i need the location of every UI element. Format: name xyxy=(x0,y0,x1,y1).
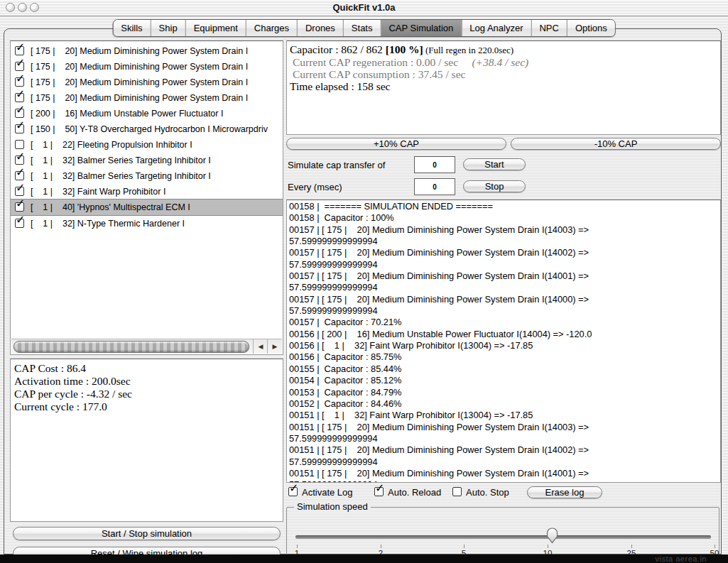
cap-transfer-amount-input[interactable]: 0 xyxy=(414,156,455,173)
list-item[interactable]: ✓[ 175 | 20] Medium Diminishing Power Sy… xyxy=(11,75,283,90)
list-item[interactable]: ✓[ 1 | 32] Balmer Series Targeting Inhib… xyxy=(11,153,283,168)
scrollbar-thumb[interactable] xyxy=(13,341,249,353)
list-item-label: [ 175 | 20] Medium Diminishing Power Sys… xyxy=(31,62,248,72)
checkbox[interactable] xyxy=(15,140,24,149)
tab-bar: Skills Ship Equipment Charges Drones Sta… xyxy=(112,19,615,37)
tick xyxy=(297,545,298,548)
log-line: 00151 | [ 1 | 32] Faint Warp Prohibitor … xyxy=(289,410,720,421)
list-item-label: [ 1 | 32] N-Type Thermic Hardener I xyxy=(31,219,185,229)
log-line: 00151 | [ 175 | 20] Medium Diminishing P… xyxy=(289,468,720,479)
tab-equipment[interactable]: Equipment xyxy=(185,20,246,36)
cap-transfer-interval-input[interactable]: 0 xyxy=(414,178,455,195)
list-item[interactable]: ✓[ 200 | 16] Medium Unstable Power Fluct… xyxy=(11,106,283,121)
capacitor-line: Capacitor : 862 / 862 [100 %] (Full rege… xyxy=(290,43,720,56)
checkbox[interactable]: ✓ xyxy=(15,187,24,196)
list-item-label: [ 1 | 32] Balmer Series Targeting Inhibi… xyxy=(31,155,211,165)
list-item-label: [ 175 | 20] Medium Diminishing Power Sys… xyxy=(31,77,248,87)
list-item[interactable]: [ 1 | 22] Fleeting Propulsion Inhibitor … xyxy=(11,137,283,153)
erase-log-button[interactable]: Erase log xyxy=(527,486,602,498)
plus-10-cap-button[interactable]: +10% CAP xyxy=(286,138,506,150)
checkbox[interactable]: ✓ xyxy=(15,171,24,180)
tick xyxy=(464,545,464,548)
checkbox[interactable]: ✓ xyxy=(15,219,24,228)
log-line: 57.599999999999994 xyxy=(289,259,720,270)
list-item-label: [ 150 | 50] Y-T8 Overcharged Hydrocarbon… xyxy=(31,124,268,134)
list-item-label: [ 1 | 32] Faint Warp Prohibitor I xyxy=(31,187,165,197)
checkbox[interactable]: ✓ xyxy=(15,202,24,212)
tab-npc[interactable]: NPC xyxy=(531,20,566,36)
speed-slider-track[interactable] xyxy=(295,535,711,539)
time-elapsed-line: Time elapsed : 158 sec xyxy=(290,80,720,92)
start-transfer-button[interactable]: Start xyxy=(463,158,526,170)
simulation-log[interactable]: 00158 | ======= SIMULATION ENDED =======… xyxy=(286,199,721,483)
check-mark: ✓ xyxy=(16,120,25,131)
tab-skills[interactable]: Skills xyxy=(113,20,150,36)
log-line: 00158 | Capacitor : 100% xyxy=(289,212,720,224)
log-line: 00156 | [ 200 | 16] Medium Unstable Powe… xyxy=(289,329,720,340)
check-mark: ✓ xyxy=(16,104,25,116)
stop-transfer-button[interactable]: Stop xyxy=(463,180,526,192)
log-line: 00157 | Capacitor : 70.21% xyxy=(289,317,720,328)
module-list[interactable]: ✓[ 175 | 20] Medium Diminishing Power Sy… xyxy=(10,40,283,355)
start-stop-simulation-button[interactable]: Start / Stop simulation xyxy=(13,527,281,540)
horizontal-scrollbar[interactable]: ◀ ▶ xyxy=(11,339,282,354)
bottom-bar: vista aerea.in xyxy=(0,554,728,563)
tab-stats[interactable]: Stats xyxy=(343,20,381,36)
cap-transfer-label: Simulate cap transfer of xyxy=(288,160,385,170)
scroll-right-icon[interactable]: ▶ xyxy=(267,339,282,354)
check-mark: ✓ xyxy=(16,182,25,194)
checkbox[interactable]: ✓ xyxy=(15,124,24,133)
list-item-selected[interactable]: ✓[ 1 | 40] 'Hypnos' Multispectral ECM I xyxy=(11,199,283,216)
log-line: 00154 | Capacitor : 85.12% xyxy=(289,375,720,386)
log-line: 57.599999999999994 xyxy=(289,433,720,444)
scroll-left-icon[interactable]: ◀ xyxy=(253,339,268,354)
tab-options[interactable]: Options xyxy=(567,20,615,36)
log-line: 57.599999999999994 xyxy=(289,236,720,247)
minus-10-cap-button[interactable]: -10% CAP xyxy=(511,138,721,150)
log-line: 00155 | Capacitor : 85.44% xyxy=(289,364,720,375)
log-line: 00157 | [ 175 | 20] Medium Diminishing P… xyxy=(289,247,720,258)
check-mark: ✓ xyxy=(16,167,25,178)
checkbox[interactable]: ✓ xyxy=(15,77,24,87)
every-msec-label: Every (msec) xyxy=(288,182,342,192)
module-stats-box: CAP Cost : 86.4 Activation time : 200.0s… xyxy=(10,359,283,522)
checkbox[interactable]: ✓ xyxy=(15,155,24,165)
tab-drones[interactable]: Drones xyxy=(297,20,343,36)
list-item[interactable]: ✓[ 175 | 20] Medium Diminishing Power Sy… xyxy=(11,90,283,106)
activate-log-checkbox[interactable]: ✓ xyxy=(288,487,298,496)
log-line: 00156 | Capacitor : 85.75% xyxy=(289,351,720,363)
list-item[interactable]: ✓[ 175 | 20] Medium Diminishing Power Sy… xyxy=(11,59,283,75)
tab-charges[interactable]: Charges xyxy=(246,20,297,36)
list-item-label: [ 175 | 20] Medium Diminishing Power Sys… xyxy=(31,46,248,56)
cap-cost: CAP Cost : 86.4 xyxy=(11,362,283,375)
list-item[interactable]: ✓[ 1 | 32] Balmer Series Targeting Inhib… xyxy=(11,168,283,184)
tab-log-analyzer[interactable]: Log Analyzer xyxy=(461,20,531,36)
list-item[interactable]: ✓[ 1 | 32] Faint Warp Prohibitor I xyxy=(11,184,283,199)
capacitor-value: Capacitor : 862 / 862 xyxy=(290,43,386,55)
checkbox[interactable]: ✓ xyxy=(15,93,24,102)
checkbox[interactable]: ✓ xyxy=(15,46,24,55)
log-line: 57.599999999999994 xyxy=(289,479,720,483)
cap-consumption-line: Current CAP consumption : 37.45 / sec xyxy=(290,68,720,80)
tick xyxy=(715,545,715,548)
tab-ship[interactable]: Ship xyxy=(151,20,185,36)
cap-regen-rate: (+38.4 / sec) xyxy=(458,56,528,68)
tab-cap-simulation[interactable]: CAP Simulation xyxy=(380,20,461,36)
checkbox[interactable]: ✓ xyxy=(15,109,24,118)
log-line: 57.599999999999994 xyxy=(289,305,720,317)
list-item[interactable]: ✓[ 150 | 50] Y-T8 Overcharged Hydrocarbo… xyxy=(11,121,283,137)
list-item[interactable]: ✓[ 1 | 32] N-Type Thermic Hardener I xyxy=(11,216,283,231)
auto-reload-checkbox[interactable]: ✓ xyxy=(374,487,384,496)
title-bar[interactable]: QuickFit v1.0a xyxy=(0,0,728,16)
checkbox[interactable]: ✓ xyxy=(15,62,24,71)
speed-slider-handle[interactable] xyxy=(546,528,558,544)
auto-stop-checkbox[interactable] xyxy=(452,487,462,496)
check-mark: ✓ xyxy=(16,58,25,69)
list-item-label: [ 200 | 16] Medium Unstable Power Fluctu… xyxy=(31,109,223,119)
log-line: 00156 | [ 1 | 32] Faint Warp Prohibitor … xyxy=(289,340,720,351)
list-item[interactable]: ✓[ 175 | 20] Medium Diminishing Power Sy… xyxy=(11,43,283,59)
activate-log-label: Activate Log xyxy=(302,487,353,498)
log-line: 00157 | [ 175 | 20] Medium Diminishing P… xyxy=(289,294,720,305)
list-item-label: [ 1 | 32] Balmer Series Targeting Inhibi… xyxy=(31,171,211,181)
check-mark: ✓ xyxy=(375,483,384,494)
